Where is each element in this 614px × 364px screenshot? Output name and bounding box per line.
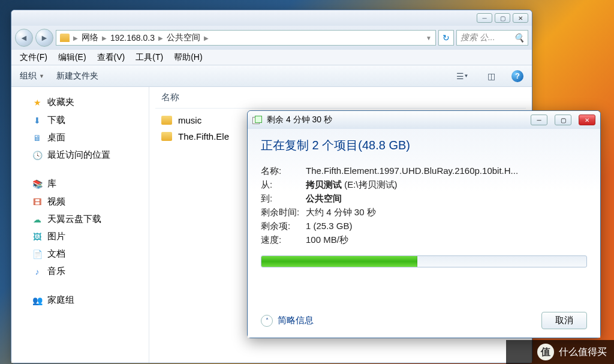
sidebar-item-label: 图片 [47,231,65,242]
dialog-body: 正在复制 2 个项目(48.8 GB) 名称: The.Fifth.Elemen… [248,129,600,338]
dialog-maximize-button[interactable]: ▢ [555,115,571,125]
preview-pane-button[interactable]: ◫ [483,70,499,83]
dialog-close-button[interactable]: ✕ [579,115,595,125]
sidebar: ★ 收藏夹 ⬇下载 🖥桌面 🕓最近访问的位置 📚 库 🎞视频 ☁天翼云盘下载 🖼… [11,87,149,363]
sidebar-item-label: 天翼云盘下载 [47,213,101,225]
picture-icon: 🖼 [32,232,43,242]
library-icon: 📚 [32,179,43,189]
info-label: 从: [261,179,306,191]
breadcrumb-item[interactable]: 公共空间 [167,32,200,43]
recent-icon: 🕓 [32,151,43,160]
download-icon: ⬇ [32,116,43,125]
close-button[interactable]: ✕ [513,13,528,23]
dialog-titlebar: 剩余 4 分钟 30 秒 ─ ▢ ✕ [248,111,600,129]
folder-icon [60,34,70,42]
watermark: 值 什么值得买 [506,340,614,364]
chevron-up-icon: ˄ [261,315,273,327]
info-row-remaining-time: 剩余时间: 大约 4 分钟 30 秒 [261,206,587,219]
folder-icon [161,132,172,141]
breadcrumb-sep: ▶ [73,35,78,41]
help-button[interactable]: ? [511,70,523,82]
info-row-remaining-items: 剩余项: 1 (25.3 GB) [261,219,587,233]
sidebar-item-label: 视频 [47,196,65,207]
info-row-name: 名称: The.Fifth.Element.1997.UHD.BluRay.21… [261,164,587,178]
dialog-footer: ˄ 简略信息 取消 [261,306,587,329]
search-input[interactable]: 搜索 公... 🔍 [456,30,528,46]
sidebar-libraries[interactable]: 📚 库 [15,175,145,193]
document-icon: 📄 [32,249,43,259]
dropdown-icon[interactable]: ▼ [426,35,432,41]
sidebar-item-label: 下载 [47,115,65,126]
info-value: 大约 4 分钟 30 秒 [306,207,587,218]
breadcrumb-item[interactable]: 192.168.0.3 [110,33,155,43]
sidebar-label: 库 [47,178,56,189]
video-icon: 🎞 [32,197,43,207]
dialog-title: 剩余 4 分钟 30 秒 [267,115,332,125]
sidebar-item-documents[interactable]: 📄文档 [15,245,145,263]
organize-label: 组织 [20,71,37,82]
desktop-icon: 🖥 [32,133,43,143]
info-row-from: 从: 拷贝测试 (E:\拷贝测试) [261,178,587,192]
sidebar-item-label: 音乐 [47,266,65,277]
less-info-toggle[interactable]: ˄ 简略信息 [261,315,314,327]
sidebar-item-label: 最近访问的位置 [47,149,110,161]
address-bar[interactable]: ▶ 网络 ▶ 192.168.0.3 ▶ 公共空间 ▶ ▼ [56,30,436,46]
search-placeholder: 搜索 公... [460,32,495,43]
sidebar-item-cloud[interactable]: ☁天翼云盘下载 [15,210,145,228]
menu-bar: 文件(F) 编辑(E) 查看(V) 工具(T) 帮助(H) [11,50,532,65]
star-icon: ★ [32,98,43,107]
homegroup-icon: 👥 [32,296,43,305]
organize-button[interactable]: 组织 ▼ [20,71,44,82]
sidebar-label: 家庭组 [47,294,74,306]
sidebar-item-label: 桌面 [47,132,65,143]
watermark-badge: 值 [537,344,554,360]
menu-tools[interactable]: 工具(T) [136,52,163,63]
info-value: 拷贝测试 (E:\拷贝测试) [306,179,587,191]
menu-file[interactable]: 文件(F) [20,52,47,63]
minimize-button[interactable]: ─ [477,13,492,23]
breadcrumb-item[interactable]: 网络 [82,32,98,43]
progress-bar [261,255,587,267]
menu-view[interactable]: 查看(V) [97,52,125,63]
info-label: 到: [261,193,306,204]
cloud-icon: ☁ [32,215,43,224]
sidebar-label: 收藏夹 [47,97,74,108]
breadcrumb-sep: ▶ [158,35,163,41]
breadcrumb-sep: ▶ [204,35,209,41]
progress-fill [261,256,417,267]
less-info-label: 简略信息 [278,315,314,326]
menu-help[interactable]: 帮助(H) [174,52,202,63]
sidebar-item-desktop[interactable]: 🖥桌面 [15,129,145,146]
sidebar-item-videos[interactable]: 🎞视频 [15,193,145,210]
menu-edit[interactable]: 编辑(E) [58,52,86,63]
maximize-button[interactable]: ▢ [495,13,510,23]
column-header-name[interactable]: 名称 [155,92,526,109]
forward-button[interactable]: ► [35,29,53,47]
file-name: music [178,115,201,125]
view-options-button[interactable]: ☰ ▼ [454,70,471,83]
dialog-minimize-button[interactable]: ─ [531,115,547,125]
back-button[interactable]: ◄ [15,29,33,47]
sidebar-homegroup[interactable]: 👥 家庭组 [15,291,145,309]
info-value: 1 (25.3 GB) [306,221,587,231]
info-row-to: 到: 公共空间 [261,192,587,206]
nav-bar: ◄ ► ▶ 网络 ▶ 192.168.0.3 ▶ 公共空间 ▶ ▼ ↻ 搜索 公… [11,26,532,50]
cancel-button[interactable]: 取消 [541,312,587,329]
info-label: 剩余时间: [261,207,306,218]
folder-icon [161,116,172,125]
sidebar-item-recent[interactable]: 🕓最近访问的位置 [15,146,145,164]
info-value: 公共空间 [306,193,587,204]
new-folder-button[interactable]: 新建文件夹 [56,71,98,82]
sidebar-favorites[interactable]: ★ 收藏夹 [15,93,145,112]
info-label: 名称: [261,166,306,177]
sidebar-item-label: 文档 [47,248,65,260]
toolbar: 组织 ▼ 新建文件夹 ☰ ▼ ◫ ? [11,65,532,87]
sidebar-item-pictures[interactable]: 🖼图片 [15,228,145,245]
info-value: The.Fifth.Element.1997.UHD.BluRay.2160p.… [306,166,587,176]
sidebar-item-music[interactable]: ♪音乐 [15,263,145,280]
chevron-down-icon: ▼ [39,73,44,79]
watermark-text: 什么值得买 [559,346,607,359]
explorer-titlebar: ─ ▢ ✕ [11,10,532,26]
refresh-button[interactable]: ↻ [438,30,454,46]
sidebar-item-downloads[interactable]: ⬇下载 [15,112,145,129]
